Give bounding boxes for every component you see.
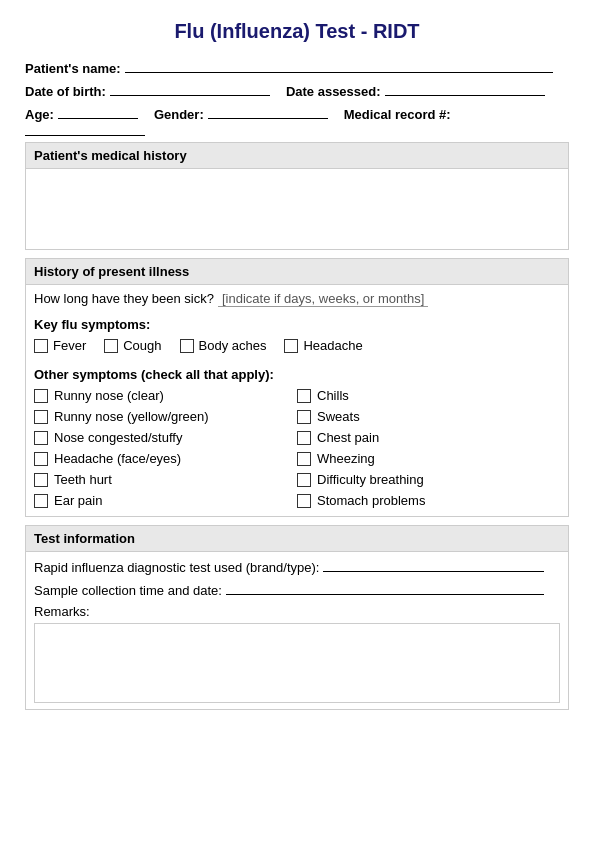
symptom-runny-nose-clear[interactable]: Runny nose (clear) — [34, 388, 297, 403]
symptom-runny-nose-yellow[interactable]: Runny nose (yellow/green) — [34, 409, 297, 424]
checkbox-runny-nose-yellow-box[interactable] — [34, 410, 48, 424]
checkbox-cough-box[interactable] — [104, 339, 118, 353]
page-title: Flu (Influenza) Test - RIDT — [25, 20, 569, 43]
medical-record-label: Medical record #: — [344, 107, 451, 122]
sample-collection-row: Sample collection time and date: — [34, 581, 560, 598]
symptom-stomach-problems-label: Stomach problems — [317, 493, 425, 508]
symptom-sweats-label: Sweats — [317, 409, 360, 424]
symptom-difficulty-breathing[interactable]: Difficulty breathing — [297, 472, 560, 487]
symptom-chills[interactable]: Chills — [297, 388, 560, 403]
checkbox-runny-nose-clear-box[interactable] — [34, 389, 48, 403]
symptom-headache-face[interactable]: Headache (face/eyes) — [34, 451, 297, 466]
symptom-runny-nose-clear-label: Runny nose (clear) — [54, 388, 164, 403]
checkbox-fever[interactable]: Fever — [34, 338, 86, 353]
checkbox-sweats-box[interactable] — [297, 410, 311, 424]
sample-collection-line[interactable] — [226, 581, 544, 595]
checkbox-ear-pain-box[interactable] — [34, 494, 48, 508]
medical-history-header: Patient's medical history — [26, 143, 568, 169]
how-long-placeholder[interactable]: [indicate if days, weeks, or months] — [218, 291, 428, 307]
checkbox-headache-face-box[interactable] — [34, 452, 48, 466]
symptom-nose-congested-label: Nose congested/stuffy — [54, 430, 182, 445]
checkbox-headache[interactable]: Headache — [284, 338, 362, 353]
checkbox-headache-box[interactable] — [284, 339, 298, 353]
age-row: Age: Gender: Medical record #: — [25, 105, 569, 136]
checkbox-stomach-problems-box[interactable] — [297, 494, 311, 508]
checkbox-fever-box[interactable] — [34, 339, 48, 353]
symptom-chills-label: Chills — [317, 388, 349, 403]
gender-label: Gender: — [154, 107, 204, 122]
sample-collection-label: Sample collection time and date: — [34, 583, 222, 598]
checkbox-body-aches[interactable]: Body aches — [180, 338, 267, 353]
age-line[interactable] — [58, 105, 138, 119]
symptom-nose-congested[interactable]: Nose congested/stuffy — [34, 430, 297, 445]
symptom-teeth-hurt-label: Teeth hurt — [54, 472, 112, 487]
present-illness-header: History of present illness — [26, 259, 568, 285]
symptoms-grid: Runny nose (clear) Chills Runny nose (ye… — [26, 386, 568, 516]
medical-history-textarea[interactable] — [26, 169, 568, 249]
checkbox-difficulty-breathing-box[interactable] — [297, 473, 311, 487]
medical-history-section: Patient's medical history — [25, 142, 569, 250]
symptom-ear-pain-label: Ear pain — [54, 493, 102, 508]
symptom-headache-face-label: Headache (face/eyes) — [54, 451, 181, 466]
how-long-row: How long have they been sick? [indicate … — [26, 285, 568, 313]
symptom-wheezing[interactable]: Wheezing — [297, 451, 560, 466]
present-illness-section: History of present illness How long have… — [25, 258, 569, 517]
key-symptoms-row: Fever Cough Body aches Headache — [26, 334, 568, 361]
checkbox-headache-label: Headache — [303, 338, 362, 353]
checkbox-cough-label: Cough — [123, 338, 161, 353]
rapid-test-label: Rapid influenza diagnostic test used (br… — [34, 560, 319, 575]
test-info-content: Rapid influenza diagnostic test used (br… — [26, 552, 568, 709]
checkbox-fever-label: Fever — [53, 338, 86, 353]
dob-row: Date of birth: Date assessed: — [25, 82, 569, 99]
checkbox-nose-congested-box[interactable] — [34, 431, 48, 445]
patient-name-row: Patient's name: — [25, 59, 569, 76]
checkbox-teeth-hurt-box[interactable] — [34, 473, 48, 487]
key-symptoms-label: Key flu symptoms: — [26, 313, 568, 334]
date-assessed-label: Date assessed: — [286, 84, 381, 99]
remarks-label: Remarks: — [34, 604, 560, 619]
checkbox-wheezing-box[interactable] — [297, 452, 311, 466]
symptom-wheezing-label: Wheezing — [317, 451, 375, 466]
dob-line[interactable] — [110, 82, 270, 96]
rapid-test-line[interactable] — [323, 558, 544, 572]
medical-record-line[interactable] — [25, 122, 145, 136]
rapid-test-row: Rapid influenza diagnostic test used (br… — [34, 558, 560, 575]
symptom-sweats[interactable]: Sweats — [297, 409, 560, 424]
checkbox-body-aches-box[interactable] — [180, 339, 194, 353]
patient-name-label: Patient's name: — [25, 61, 121, 76]
remarks-box[interactable] — [34, 623, 560, 703]
age-label: Age: — [25, 107, 54, 122]
checkbox-cough[interactable]: Cough — [104, 338, 161, 353]
gender-line[interactable] — [208, 105, 328, 119]
patient-name-line[interactable] — [125, 59, 553, 73]
dob-label: Date of birth: — [25, 84, 106, 99]
test-info-section: Test information Rapid influenza diagnos… — [25, 525, 569, 710]
test-info-header: Test information — [26, 526, 568, 552]
symptom-ear-pain[interactable]: Ear pain — [34, 493, 297, 508]
symptom-teeth-hurt[interactable]: Teeth hurt — [34, 472, 297, 487]
other-symptoms-header: Other symptoms (check all that apply): — [26, 361, 568, 386]
symptom-chest-pain[interactable]: Chest pain — [297, 430, 560, 445]
checkbox-body-aches-label: Body aches — [199, 338, 267, 353]
symptom-runny-nose-yellow-label: Runny nose (yellow/green) — [54, 409, 209, 424]
checkbox-chills-box[interactable] — [297, 389, 311, 403]
symptom-difficulty-breathing-label: Difficulty breathing — [317, 472, 424, 487]
date-assessed-line[interactable] — [385, 82, 545, 96]
checkbox-chest-pain-box[interactable] — [297, 431, 311, 445]
symptom-chest-pain-label: Chest pain — [317, 430, 379, 445]
how-long-label: How long have they been sick? — [34, 291, 214, 306]
symptom-stomach-problems[interactable]: Stomach problems — [297, 493, 560, 508]
